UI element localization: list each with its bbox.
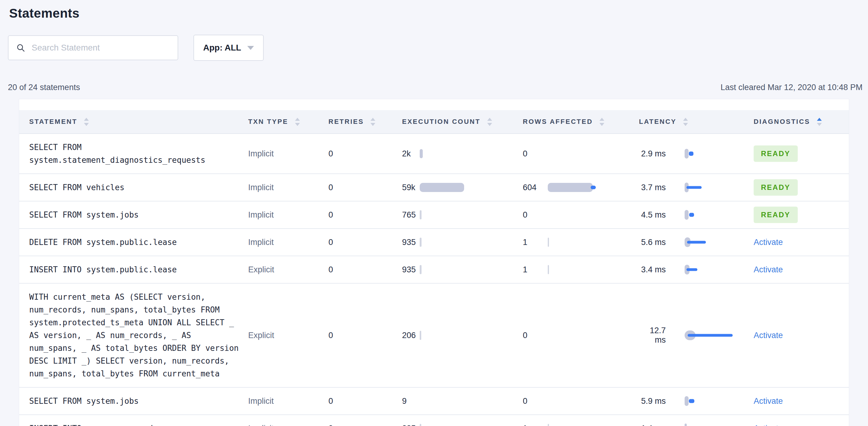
rows-affected-cell: 1 xyxy=(523,265,639,275)
txn-type-cell: Implicit xyxy=(248,396,329,406)
execution-count-value: 285 xyxy=(402,424,420,426)
execution-count-value: 2k xyxy=(402,149,420,158)
sort-arrows-icon[interactable] xyxy=(487,118,492,126)
txn-type-cell: Explicit xyxy=(248,265,329,274)
toolbar: App: ALL xyxy=(8,35,865,61)
sort-asc-icon xyxy=(683,118,688,121)
statement-cell[interactable]: DELETE FROM system.public.lease xyxy=(29,229,248,255)
latency-value: 5.9 ms xyxy=(639,396,666,406)
latency-cell: 5.9 ms xyxy=(639,396,754,406)
column-header[interactable]: STATEMENT xyxy=(29,118,248,126)
execution-count-value: 9 xyxy=(402,396,420,406)
execution-count-bar-fill xyxy=(420,331,421,340)
activate-diagnostics-link[interactable]: Activate xyxy=(754,331,783,340)
app-filter-dropdown[interactable]: App: ALL xyxy=(193,35,264,61)
sort-desc-icon xyxy=(487,123,492,126)
latency-bar xyxy=(685,237,754,248)
rows-affected-bar-fill xyxy=(548,265,549,274)
rows-affected-bar xyxy=(548,265,639,275)
latency-value: 1.4 ms xyxy=(639,424,666,426)
sort-desc-icon xyxy=(295,123,300,126)
search-input[interactable] xyxy=(31,42,172,53)
statement-cell[interactable]: WITH current_meta AS (SELECT version, nu… xyxy=(29,283,248,387)
latency-mean-bar xyxy=(689,152,693,156)
rows-affected-cell: 0 xyxy=(523,396,639,406)
rows-affected-cell: 1 xyxy=(523,237,639,247)
sort-arrows-icon[interactable] xyxy=(370,118,375,126)
table-row: INSERT INTO system.public.lease Explicit… xyxy=(19,256,849,283)
sort-arrows-icon[interactable] xyxy=(84,118,89,126)
execution-count-bar xyxy=(420,149,523,159)
activate-diagnostics-link[interactable]: Activate xyxy=(754,265,783,274)
column-header[interactable]: LATENCY xyxy=(639,118,754,126)
latency-cell: 1.4 ms xyxy=(639,423,754,426)
rows-affected-cell: 0 xyxy=(523,210,639,220)
sort-arrows-icon[interactable] xyxy=(295,118,300,126)
retries-cell: 0 xyxy=(329,265,402,274)
sort-arrows-icon[interactable] xyxy=(683,118,688,126)
execution-count-value: 935 xyxy=(402,238,420,247)
statement-cell[interactable]: SELECT FROM system.jobs xyxy=(29,388,248,415)
latency-value: 2.9 ms xyxy=(639,149,666,158)
rows-affected-cell: 0 xyxy=(523,149,639,159)
execution-count-bar-fill xyxy=(420,424,421,426)
column-header[interactable]: TXN TYPE xyxy=(248,118,329,126)
execution-count-bar xyxy=(420,182,523,193)
statement-cell[interactable]: SELECT FROM vehicles xyxy=(29,174,248,201)
table-header-row: STATEMENT TXN TYPE RETRIES EXECUTION COU… xyxy=(19,110,849,134)
column-header[interactable]: ROWS AFFECTED xyxy=(523,118,639,126)
sort-arrows-icon[interactable] xyxy=(817,118,822,126)
diagnostics-cell: Activate xyxy=(754,265,839,274)
sort-asc-icon xyxy=(817,118,822,121)
column-header[interactable]: RETRIES xyxy=(329,118,402,126)
latency-cell: 3.4 ms xyxy=(639,264,754,275)
chevron-down-icon xyxy=(247,46,254,50)
rows-affected-value: 1 xyxy=(523,265,548,274)
latency-mean-bar xyxy=(689,213,694,217)
rows-affected-bar xyxy=(548,149,639,159)
rows-affected-bar xyxy=(548,237,639,247)
statement-cell[interactable]: SELECT FROM system.jobs xyxy=(29,202,248,228)
table-row: DELETE FROM system.public.lease Implicit… xyxy=(19,229,849,256)
activate-diagnostics-link[interactable]: Activate xyxy=(754,238,783,247)
column-header-label: ROWS AFFECTED xyxy=(523,118,593,126)
column-header[interactable]: EXECUTION COUNT xyxy=(402,118,523,126)
column-header-label: RETRIES xyxy=(329,118,364,126)
sort-asc-icon xyxy=(599,118,604,121)
statement-cell[interactable]: SELECT FROM system.statement_diagnostics… xyxy=(29,134,248,174)
app-filter-label: App: ALL xyxy=(203,43,241,53)
table-row: WITH current_meta AS (SELECT version, nu… xyxy=(19,283,849,388)
statements-table-card: STATEMENT TXN TYPE RETRIES EXECUTION COU… xyxy=(19,99,849,426)
activate-diagnostics-link[interactable]: Activate xyxy=(754,424,783,426)
txn-type-cell: Implicit xyxy=(248,210,329,220)
execution-count-bar-fill xyxy=(420,183,464,192)
sort-desc-icon xyxy=(817,123,822,126)
sort-asc-icon xyxy=(295,118,300,121)
latency-bar xyxy=(685,209,754,220)
execution-count-cell: 285 xyxy=(402,423,523,426)
statement-cell[interactable]: INSERT INTO user_promo_codes xyxy=(29,415,248,426)
activate-diagnostics-link[interactable]: Activate xyxy=(754,396,783,406)
retries-cell: 0 xyxy=(329,238,402,247)
latency-value: 4.5 ms xyxy=(639,210,666,220)
sort-desc-icon xyxy=(370,123,375,126)
execution-count-bar-fill xyxy=(420,238,422,247)
search-icon xyxy=(16,43,26,53)
execution-count-cell: 935 xyxy=(402,237,523,247)
rows-affected-cell: 604 xyxy=(523,182,639,193)
column-header-label: STATEMENT xyxy=(29,118,77,126)
statement-cell[interactable]: INSERT INTO system.public.lease xyxy=(29,256,248,283)
latency-value: 3.7 ms xyxy=(639,183,666,192)
execution-count-bar-fill xyxy=(420,265,422,274)
rows-affected-cell: 0 xyxy=(523,330,639,340)
table-body: SELECT FROM system.statement_diagnostics… xyxy=(19,134,849,426)
retries-cell: 0 xyxy=(329,424,402,426)
retries-cell: 0 xyxy=(329,149,402,158)
latency-bar xyxy=(685,264,754,275)
latency-cell: 12.7 ms xyxy=(639,326,754,345)
latency-mean-bar xyxy=(686,186,702,189)
column-header[interactable]: DIAGNOSTICS xyxy=(754,118,839,126)
sort-arrows-icon[interactable] xyxy=(599,118,604,126)
table-row: INSERT INTO user_promo_codes Implicit 0 … xyxy=(19,415,849,426)
search-statement-box[interactable] xyxy=(8,35,178,60)
